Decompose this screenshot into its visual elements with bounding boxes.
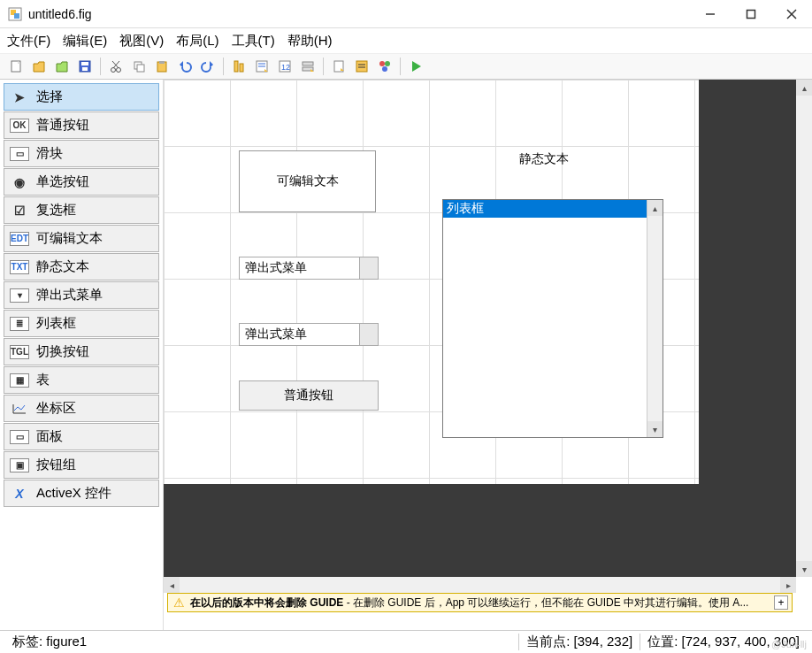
menu-file[interactable]: 文件(F) [7, 33, 50, 50]
horizontal-scrollbar[interactable]: ◂▸ [164, 577, 796, 593]
listbox-selected-item[interactable]: 列表框 [443, 200, 647, 218]
canvas-popup-2[interactable]: 弹出式菜单▾ [239, 323, 379, 346]
menu-bar: 文件(F) 编辑(E) 视图(V) 布局(L) 工具(T) 帮助(H) [0, 28, 812, 53]
tab-order-button[interactable]: 12 [274, 56, 295, 77]
axes-icon [10, 402, 29, 416]
menu-edit[interactable]: 编辑(E) [63, 33, 107, 50]
palette-listbox[interactable]: ≣列表框 [4, 310, 159, 337]
palette-popup[interactable]: ▾弹出式菜单 [4, 281, 159, 309]
scroll-left-icon[interactable]: ◂ [164, 577, 180, 593]
canvas-static-text[interactable]: 静态文本 [482, 149, 606, 170]
open2-button[interactable] [51, 56, 73, 77]
popup-icon: ▾ [10, 288, 29, 303]
radio-icon: ◉ [10, 175, 29, 189]
save-button[interactable] [74, 56, 96, 77]
svg-rect-35 [356, 61, 367, 72]
new-button[interactable] [5, 56, 27, 77]
palette-label: 切换按钮 [36, 343, 89, 360]
palette-checkbox[interactable]: ☑复选框 [4, 196, 159, 224]
align-button[interactable] [228, 56, 249, 77]
palette-buttongroup[interactable]: ▣按钮组 [4, 451, 159, 479]
object-browser-button[interactable] [374, 56, 395, 77]
menu-editor-button[interactable] [251, 56, 272, 77]
svg-rect-22 [234, 61, 238, 72]
undo-button[interactable] [174, 56, 195, 77]
palette-label: 静态文本 [36, 258, 89, 275]
palette-label: 复选框 [36, 202, 76, 219]
palette-label: 选择 [36, 88, 63, 105]
menu-layout[interactable]: 布局(L) [176, 33, 218, 50]
palette-panel[interactable]: ▭面板 [4, 423, 159, 450]
svg-text:12: 12 [281, 63, 290, 72]
canvas-edit-text[interactable]: 可编辑文本 [239, 150, 376, 212]
svg-rect-23 [240, 64, 243, 72]
scroll-up-icon[interactable]: ▴ [796, 80, 812, 96]
palette-pushbutton[interactable]: OK普通按钮 [4, 111, 159, 139]
palette-label: 按钮组 [36, 457, 76, 473]
palette-label: 滑块 [36, 145, 63, 162]
watermark: @Jun-llj [771, 639, 807, 649]
palette-table[interactable]: ▦表 [4, 366, 159, 394]
mfile-editor-button[interactable] [328, 56, 349, 77]
palette-axes[interactable]: 坐标区 [4, 395, 159, 422]
canvas-listbox[interactable]: 列表框 ▴ ▾ [442, 199, 663, 438]
minimize-button[interactable] [690, 0, 731, 27]
svg-point-12 [111, 68, 116, 73]
scroll-down-icon[interactable]: ▾ [647, 421, 663, 437]
palette-slider[interactable]: ▭滑块 [4, 140, 159, 167]
scroll-up-icon[interactable]: ▴ [647, 200, 663, 216]
copy-button[interactable] [128, 56, 149, 77]
palette-radio[interactable]: ◉单选按钮 [4, 168, 159, 196]
svg-rect-17 [137, 65, 144, 72]
canvas-popup-1[interactable]: 弹出式菜单▾ [239, 257, 379, 280]
menu-tools[interactable]: 工具(T) [232, 33, 275, 50]
slider-icon: ▭ [10, 147, 29, 161]
paste-button[interactable] [151, 56, 172, 77]
canvas[interactable]: 可编辑文本 静态文本 弹出式菜单▾ 弹出式菜单▾ 普通按钮 列表框 ▴ ▾ [164, 80, 796, 577]
warning-bold: 在以后的版本中将会删除 GUIDE [190, 596, 343, 609]
status-tag: 标签: figure1 [5, 634, 518, 650]
toolbar: 12 [0, 53, 812, 80]
toolbar-editor-button[interactable] [297, 56, 318, 77]
svg-marker-21 [210, 61, 213, 68]
redo-button[interactable] [197, 56, 218, 77]
scroll-right-icon[interactable]: ▸ [780, 577, 796, 593]
open-button[interactable] [28, 56, 50, 77]
chevron-down-icon: ▾ [368, 264, 372, 273]
close-button[interactable] [771, 0, 812, 27]
palette-label: 列表框 [36, 315, 76, 332]
palette-edit[interactable]: EDT可编辑文本 [4, 225, 159, 252]
cut-button[interactable] [105, 56, 126, 77]
palette-text[interactable]: TXT静态文本 [4, 253, 159, 280]
svg-marker-20 [180, 61, 183, 68]
svg-point-13 [117, 68, 121, 73]
panel-icon: ▭ [10, 430, 29, 444]
app-icon [7, 6, 23, 22]
palette-label: 表 [36, 372, 50, 388]
title-bar: untitled6.fig [0, 0, 812, 28]
listbox-scrollbar[interactable]: ▴ ▾ [647, 200, 663, 437]
menu-help[interactable]: 帮助(H) [287, 33, 333, 50]
scroll-down-icon[interactable]: ▾ [796, 561, 812, 577]
workspace: ➤选择 OK普通按钮 ▭滑块 ◉单选按钮 ☑复选框 EDT可编辑文本 TXT静态… [0, 80, 812, 630]
warning-text: - 在删除 GUIDE 后，App 可以继续运行，但不能在 GUIDE 中对其进… [343, 596, 748, 609]
component-palette: ➤选择 OK普通按钮 ▭滑块 ◉单选按钮 ☑复选框 EDT可编辑文本 TXT静态… [0, 80, 164, 630]
palette-activex[interactable]: XActiveX 控件 [4, 480, 159, 507]
canvas-pushbutton[interactable]: 普通按钮 [239, 380, 379, 411]
canvas-boundary-right [699, 80, 796, 524]
svg-rect-4 [747, 10, 755, 18]
palette-select[interactable]: ➤选择 [4, 83, 159, 111]
edit-icon: EDT [10, 232, 29, 246]
menu-view[interactable]: 视图(V) [119, 33, 164, 50]
svg-point-40 [382, 66, 387, 72]
property-inspector-button[interactable] [351, 56, 372, 77]
svg-marker-41 [412, 61, 421, 72]
palette-label: 单选按钮 [36, 173, 89, 190]
expand-button[interactable]: + [774, 595, 788, 610]
svg-rect-11 [82, 67, 88, 71]
run-button[interactable] [405, 56, 426, 77]
buttongroup-icon: ▣ [10, 458, 29, 472]
vertical-scrollbar[interactable]: ▴▾ [796, 80, 812, 577]
maximize-button[interactable] [731, 0, 771, 27]
palette-toggle[interactable]: TGL切换按钮 [4, 338, 159, 365]
